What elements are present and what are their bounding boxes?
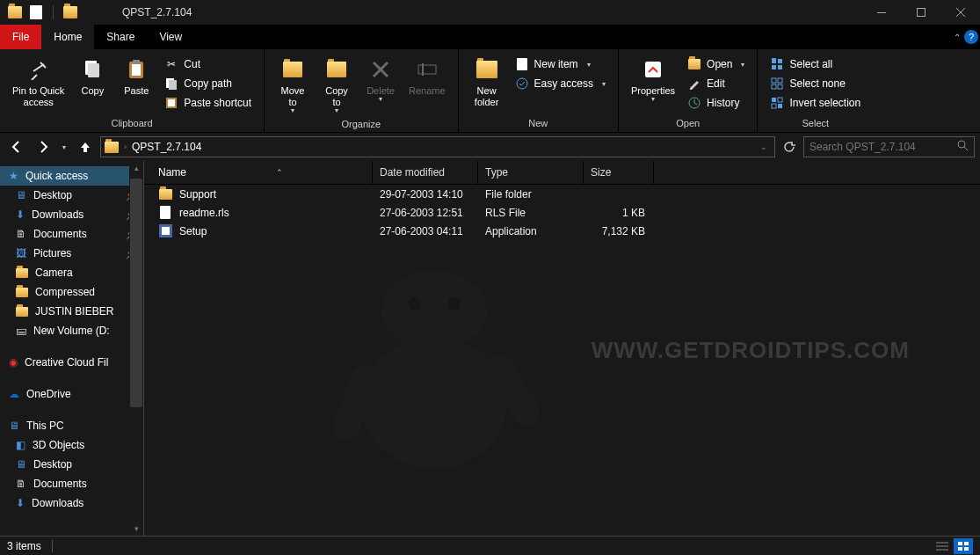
maximize-button[interactable] xyxy=(901,0,940,25)
easy-access-icon xyxy=(515,77,529,91)
edit-button[interactable]: Edit xyxy=(682,76,750,91)
copy-icon xyxy=(83,55,102,84)
select-none-button[interactable]: Select none xyxy=(765,76,866,91)
breadcrumb[interactable]: QPST_2.7.104 xyxy=(132,141,201,153)
rename-button[interactable]: Rename xyxy=(403,53,451,99)
watermark-text: WWW.GETDROIDTIPS.COM xyxy=(592,337,910,364)
sidebar-item-onedrive[interactable]: ☁ OneDrive xyxy=(0,384,143,404)
tab-home[interactable]: Home xyxy=(41,25,94,49)
svg-rect-27 xyxy=(772,84,776,89)
sidebar-item-camera[interactable]: Camera xyxy=(0,263,143,282)
new-item-button[interactable]: New item ▾ xyxy=(510,56,611,72)
sidebar-item-documents[interactable]: 🗎 Documents 📌 xyxy=(0,224,143,244)
move-to-button[interactable]: Move to ▾ xyxy=(272,53,314,117)
paste-button[interactable]: Paste xyxy=(115,53,157,98)
sidebar-item-compressed[interactable]: Compressed xyxy=(0,282,143,302)
tab-view[interactable]: View xyxy=(147,25,194,49)
pin-to-quick-access-button[interactable]: Pin to Quick access xyxy=(7,53,69,111)
recent-dropdown[interactable]: ▾ xyxy=(58,135,70,158)
folder-icon xyxy=(16,288,28,297)
sidebar-item-thispc[interactable]: 🖥 This PC xyxy=(0,416,143,435)
copy-to-button[interactable]: Copy to ▾ xyxy=(316,53,358,117)
sidebar-item-newvol[interactable]: 🖴 New Volume (D: xyxy=(0,321,143,340)
doc-icon[interactable] xyxy=(28,4,44,20)
sidebar-item-documents-pc[interactable]: 🗎 Documents xyxy=(0,474,143,493)
copy-path-button[interactable]: Copy path xyxy=(159,76,257,91)
table-row[interactable]: readme.rls27-06-2003 12:51RLS File1 KB xyxy=(144,203,980,222)
view-thumbnails-button[interactable] xyxy=(954,538,973,554)
column-date[interactable]: Date modified xyxy=(373,161,478,184)
paste-shortcut-icon xyxy=(164,96,178,110)
desktop-icon: 🖥 xyxy=(16,458,26,471)
downloads-icon: ⬇ xyxy=(16,497,25,509)
refresh-button[interactable] xyxy=(779,136,800,157)
history-button[interactable]: History xyxy=(682,95,750,111)
sort-indicator-icon: ⌃ xyxy=(276,168,283,177)
pin-icon xyxy=(28,55,49,84)
easy-access-button[interactable]: Easy access ▾ xyxy=(510,76,611,91)
column-name[interactable]: Name ⌃ xyxy=(144,161,373,184)
select-all-button[interactable]: Select all xyxy=(765,56,866,72)
sidebar-item-justin[interactable]: JUSTIN BIEBER xyxy=(0,302,143,321)
forward-button[interactable] xyxy=(32,135,54,158)
file-type: Application xyxy=(478,225,584,237)
app-icon xyxy=(158,224,172,238)
sidebar-item-desktop-pc[interactable]: 🖥 Desktop xyxy=(0,455,143,474)
edit-icon xyxy=(687,77,701,91)
cut-button[interactable]: ✂ Cut xyxy=(159,56,257,72)
table-row[interactable]: Setup27-06-2003 04:11Application7,132 KB xyxy=(144,222,980,240)
up-button[interactable] xyxy=(74,135,97,158)
new-folder-icon xyxy=(476,55,497,84)
table-row[interactable]: Support29-07-2003 14:10File folder xyxy=(144,185,980,203)
search-icon[interactable] xyxy=(957,140,969,154)
view-details-button[interactable] xyxy=(933,538,952,554)
file-date: 27-06-2003 04:11 xyxy=(373,225,478,237)
select-all-icon xyxy=(770,57,784,71)
folder-icon xyxy=(105,142,119,153)
file-type: RLS File xyxy=(478,207,584,219)
close-button[interactable] xyxy=(940,0,980,25)
new-folder-button[interactable]: New folder xyxy=(466,53,508,111)
new-item-icon xyxy=(515,57,529,71)
search-box[interactable] xyxy=(803,136,975,157)
chevron-right-icon[interactable]: › xyxy=(124,142,127,151)
copy-button[interactable]: Copy xyxy=(71,53,113,99)
window-title: QPST_2.7.104 xyxy=(122,6,192,18)
column-type[interactable]: Type xyxy=(478,161,584,184)
column-size[interactable]: Size xyxy=(584,161,654,184)
scroll-up-icon[interactable]: ▴ xyxy=(129,161,143,175)
folder-icon[interactable] xyxy=(62,4,78,20)
svg-rect-12 xyxy=(168,99,175,106)
back-button[interactable] xyxy=(5,135,28,158)
invert-selection-icon xyxy=(770,96,784,110)
search-input[interactable] xyxy=(809,141,950,153)
chevron-down-icon: ▾ xyxy=(651,95,655,103)
qat-dropdown-icon[interactable] xyxy=(83,4,99,20)
sidebar-item-downloads[interactable]: ⬇ Downloads 📌 xyxy=(0,205,143,224)
file-name: Setup xyxy=(179,225,207,237)
invert-selection-button[interactable]: Invert selection xyxy=(765,95,866,111)
sidebar-item-downloads-pc[interactable]: ⬇ Downloads xyxy=(0,493,143,513)
chevron-up-icon[interactable]: ⌃ xyxy=(954,33,961,42)
scrollbar-thumb[interactable] xyxy=(130,179,142,407)
tab-file[interactable]: File xyxy=(0,25,41,49)
minimize-button[interactable] xyxy=(861,0,901,25)
scroll-down-icon[interactable]: ▾ xyxy=(129,522,143,536)
tab-share[interactable]: Share xyxy=(94,25,147,49)
paste-shortcut-button[interactable]: Paste shortcut xyxy=(159,95,257,111)
svg-line-34 xyxy=(964,147,968,150)
sidebar-item-pictures[interactable]: 🖼 Pictures 📌 xyxy=(0,244,143,263)
delete-button[interactable]: Delete ▾ xyxy=(359,53,402,106)
svg-rect-49 xyxy=(964,547,969,551)
sidebar-item-creative-cloud[interactable]: ◉ Creative Cloud Fil xyxy=(0,353,143,372)
open-button[interactable]: Open ▾ xyxy=(682,56,750,72)
sidebar-item-desktop[interactable]: 🖥 Desktop 📌 xyxy=(0,186,143,205)
ribbon-group-clipboard: Pin to Quick access Copy Paste ✂ Cut xyxy=(0,49,265,132)
properties-button[interactable]: Properties ▾ xyxy=(626,53,680,106)
chevron-down-icon[interactable]: ⌄ xyxy=(760,142,767,151)
address-input[interactable]: › QPST_2.7.104 ⌄ xyxy=(100,136,775,157)
sidebar-item-quick-access[interactable]: ★ Quick access xyxy=(0,166,143,186)
help-icon[interactable]: ? xyxy=(964,30,978,44)
sidebar-item-3dobjects[interactable]: ◧ 3D Objects xyxy=(0,435,143,455)
sidebar-scrollbar[interactable]: ▴ ▾ xyxy=(129,161,143,536)
